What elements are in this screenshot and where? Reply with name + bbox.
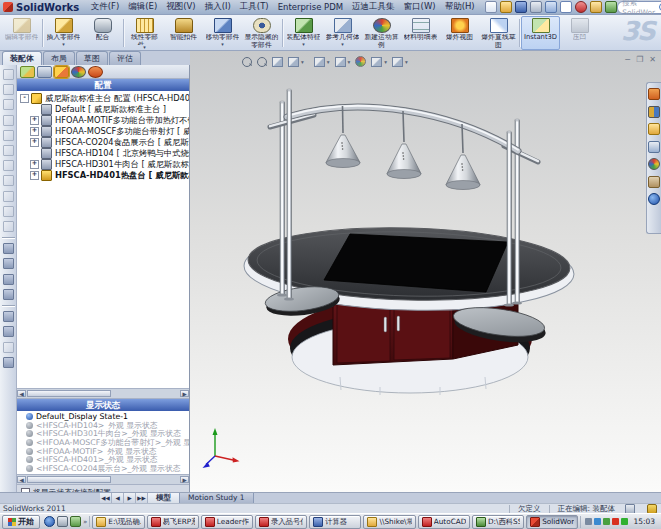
scroll-track[interactable] — [27, 390, 179, 397]
new-motion-study-button[interactable]: 新建运动算例 — [362, 16, 401, 50]
assembly-features-button[interactable]: 装配体特征 ▾ — [284, 16, 323, 50]
indent-button[interactable]: 压凹 — [560, 16, 599, 50]
config-tree-item[interactable]: HFSCA-HD104 [ 北京烤鸭与中式烧烤 — [17, 148, 189, 159]
scroll-left-icon[interactable]: ◀ — [17, 476, 26, 483]
dropdown-caret-icon[interactable]: ▾ — [341, 42, 344, 47]
model-heat-lamps[interactable] — [326, 106, 480, 190]
toolbar-icon[interactable] — [3, 115, 14, 126]
display-style-icon[interactable] — [335, 57, 346, 67]
expand-icon[interactable]: + — [30, 138, 39, 147]
mate-button[interactable]: 配合 — [83, 16, 122, 50]
taskbar-window-calculator[interactable]: 计算器 — [309, 515, 361, 529]
display-horizontal-scrollbar[interactable]: ◀ ▶ — [17, 474, 189, 485]
toolbar-icon[interactable] — [3, 357, 14, 368]
menu-enterprise-pdm[interactable]: Enterprise PDM — [273, 2, 347, 12]
tab-motion-study[interactable]: Motion Study 1 — [180, 493, 254, 503]
configuration-manager-tab-icon[interactable] — [54, 66, 69, 78]
quick-launch-overflow-icon[interactable]: » — [83, 518, 87, 526]
update-tray-icon[interactable] — [621, 518, 628, 525]
menu-help[interactable]: 帮助(H) — [440, 1, 479, 13]
config-horizontal-scrollbar[interactable]: ◀ ▶ — [17, 388, 189, 399]
menu-tools[interactable]: 工具(T) — [235, 1, 273, 13]
exploded-view-button[interactable]: 爆炸视图 — [440, 16, 479, 50]
menu-view[interactable]: 视图(V) — [162, 1, 200, 13]
display-state-item[interactable]: <HFSCA-CO204展示台>_外观 显示状态 — [17, 464, 189, 473]
show-hidden-components-button[interactable]: 显示隐藏的零部件 — [242, 16, 281, 50]
tab-layout[interactable]: 布局 — [43, 51, 75, 65]
doc-restore-button[interactable]: ❐ — [636, 55, 643, 64]
appearance-icon[interactable] — [575, 1, 587, 13]
toolbar-icon[interactable] — [3, 160, 14, 171]
dropdown-caret-icon[interactable]: ▾ — [221, 42, 224, 47]
menu-file[interactable]: 文件(F) — [86, 1, 124, 13]
scroll-right-icon[interactable]: ▶ — [180, 476, 189, 483]
taskbar-window-network-folder[interactable]: \\Shike\常... — [363, 515, 415, 529]
explode-line-sketch-button[interactable]: 爆炸直线草图 — [479, 16, 518, 50]
fastener-icon[interactable] — [3, 243, 14, 254]
next-tab-icon[interactable]: ▶ — [124, 493, 136, 503]
scroll-left-icon[interactable]: ◀ — [17, 390, 26, 397]
menu-maidi-tools[interactable]: 迈迪工具集 — [348, 1, 400, 13]
display-state-item[interactable]: <HFSCA-HD104>_外观 显示状态 — [17, 421, 189, 430]
fastener-icon[interactable] — [3, 274, 14, 285]
dropdown-caret-icon[interactable]: ▾ — [302, 42, 305, 47]
fastener-icon[interactable] — [3, 258, 14, 269]
apply-scene-icon[interactable] — [392, 57, 403, 67]
graphics-viewport[interactable]: ▾ ▾ ▾ ▾ ▾ ─ ❐ ✕ — [190, 51, 661, 492]
linear-component-pattern-button[interactable]: 线性零部件... ▾ — [125, 16, 164, 50]
antivirus-tray-icon[interactable] — [612, 518, 619, 525]
cabinet-door-left[interactable] — [337, 302, 390, 363]
new-document-icon[interactable] — [485, 1, 497, 13]
expand-icon[interactable]: + — [30, 160, 39, 169]
taskbar-window-data-folder[interactable]: D:\西科SST... — [472, 515, 524, 529]
scroll-thumb[interactable] — [27, 390, 111, 397]
collapse-icon[interactable]: - — [20, 94, 29, 103]
design-library-icon[interactable] — [648, 106, 660, 118]
dropdown-caret-icon[interactable]: ▾ — [348, 59, 351, 65]
scroll-thumb[interactable] — [27, 476, 111, 483]
bill-of-materials-button[interactable]: 材料明细表 — [401, 16, 440, 50]
start-button[interactable]: 开始 — [2, 515, 40, 529]
reference-geometry-button[interactable]: 参考几何体 ▾ — [323, 16, 362, 50]
config-tree-item-active[interactable]: + HFSCA-HD401热盘台 [ 威尼斯款标准 — [17, 170, 189, 181]
save-icon[interactable] — [515, 1, 527, 13]
expand-icon[interactable]: + — [30, 116, 39, 125]
print-icon[interactable] — [530, 1, 542, 13]
dropdown-caret-icon[interactable]: ▾ — [327, 59, 330, 65]
toolbar-icon[interactable] — [3, 191, 14, 202]
dimxpert-tab-icon[interactable] — [88, 66, 103, 78]
open-icon[interactable] — [500, 1, 512, 13]
config-tree-item[interactable]: + HFOAA-MOSCF多功能台带射灯 [ 威尼 — [17, 126, 189, 137]
view-orientation-icon[interactable] — [314, 57, 325, 67]
fastener-icon[interactable] — [3, 311, 14, 322]
toolbar-icon[interactable] — [3, 130, 14, 141]
taskbar-window-entry[interactable]: 录入品号信... — [255, 515, 307, 529]
menu-edit[interactable]: 编辑(E) — [124, 1, 162, 13]
instant3d-button[interactable]: Instant3D — [521, 16, 560, 50]
toolbar-icon[interactable] — [3, 206, 14, 217]
zoom-to-fit-icon[interactable] — [242, 57, 252, 67]
toolbar-icon[interactable] — [3, 221, 14, 232]
undo-icon[interactable] — [545, 1, 557, 13]
smart-fasteners-button[interactable]: 智能扣件 — [164, 16, 203, 50]
config-tree-item[interactable]: + HFSCA-CO204食品展示台 [ 威尼斯款 — [17, 137, 189, 148]
doc-close-button[interactable]: ✕ — [649, 55, 656, 64]
config-tree-root[interactable]: - 威尼斯款标准主台 配置 (HFSCA-HD401 — [17, 93, 189, 104]
display-state-item[interactable]: <HFOAA-MOTIF>_外观 显示状态 — [17, 447, 189, 456]
tab-evaluate[interactable]: 评估 — [109, 51, 141, 65]
dropdown-caret-icon[interactable]: ▾ — [301, 59, 304, 65]
taskbar-window-erp[interactable]: 易飞ERP系统 — [147, 515, 199, 529]
taskbar-window-autocad[interactable]: AutoCAD 20... — [418, 515, 470, 529]
last-tab-icon[interactable]: ▶▶ — [136, 493, 148, 503]
toolbar-icon[interactable] — [3, 99, 14, 110]
fastener-icon[interactable] — [3, 326, 14, 337]
doc-minimize-button[interactable]: ─ — [625, 55, 630, 64]
volume-tray-icon[interactable] — [603, 518, 610, 525]
select-tool-icon[interactable] — [560, 1, 572, 13]
display-state-item[interactable]: <HFSCA-HD301牛肉台>_外观 显示状态 — [17, 429, 189, 438]
taskbar-window-explorer[interactable]: E:\现品确... — [92, 515, 144, 529]
toolbar-icon[interactable] — [3, 69, 14, 80]
search-results-icon[interactable] — [648, 141, 660, 153]
toolbar-icon[interactable] — [3, 84, 14, 95]
options-folder-icon[interactable] — [590, 1, 602, 13]
